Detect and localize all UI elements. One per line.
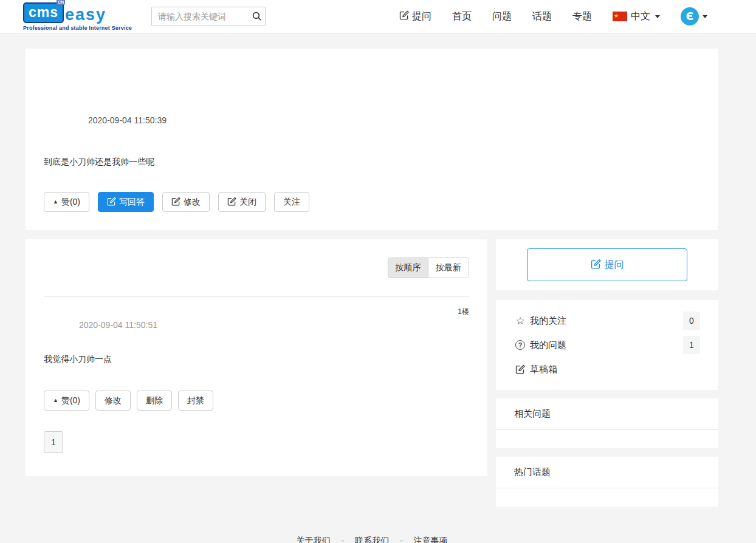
answer-content: 我觉得小刀帅一点 [44,353,469,365]
logo-cms-box: cmsCN [23,2,64,23]
compose-icon [591,259,601,272]
china-flag-icon: ★ [613,12,627,21]
question-content: 到底是小刀帅还是我帅一些呢 [44,155,700,168]
star-icon: ☆ [514,315,526,327]
footer-link-about[interactable]: 关于我们 [297,536,331,543]
my-questions-count-badge: 1 [683,336,700,354]
page: cmsCN easy Professional and stable Inter… [0,0,756,543]
search-box [151,7,266,26]
search-button[interactable] [252,11,262,21]
compose-icon [514,364,526,374]
tab-group: 按顺序 按最新 [388,258,469,278]
user-menu-card: ☆ 我的关注 0 ? 我的问题 1 [496,300,718,390]
question-timestamp: 2020-09-04 11:50:39 [88,115,700,128]
sidebar-ask-button[interactable]: 提问 [527,248,687,281]
nav-home[interactable]: 首页 [452,10,472,23]
footer-separator: - [341,536,344,543]
caret-down-icon [703,15,707,18]
answer-edit-button[interactable]: 修改 [95,391,131,411]
question-title-area [44,67,700,115]
header: cmsCN easy Professional and stable Inter… [0,0,756,33]
related-questions-title: 相关问题 [496,398,718,430]
upvote-icon: ▲ [53,199,58,205]
sidebar: 提问 ☆ 我的关注 0 ? 我的问题 1 [496,239,718,507]
my-follows-count-badge: 0 [683,312,700,330]
write-answer-button[interactable]: 写回答 [98,192,154,212]
related-questions-body [496,430,718,448]
answer-item: 1楼 2020-09-04 11:50:51 我觉得小刀帅一点 ▲ 赞(0) 修… [44,307,469,411]
edit-question-label: 修改 [184,197,201,208]
footer-link-notes[interactable]: 注意事项 [413,536,447,543]
drafts-label: 草稿箱 [530,364,557,375]
language-label: 中文 [631,10,650,23]
hot-topics-body [496,488,718,507]
answer-delete-button[interactable]: 删除 [137,391,172,411]
hot-topics-card: 热门话题 [496,457,718,507]
tab-by-order[interactable]: 按顺序 [388,258,428,278]
edit-question-button[interactable]: 修改 [162,192,210,212]
question-actions: ▲ 赞(0) 写回答 [44,192,700,212]
like-label: 赞(0) [61,197,80,208]
user-menu[interactable]: Є [681,7,707,26]
language-selector[interactable]: ★ 中文 [613,10,660,23]
answer-like-label: 赞(0) [61,395,80,406]
compose-icon [171,197,180,208]
answer-sort-tabs: 按顺序 按最新 [44,258,469,278]
my-questions-label: 我的问题 [530,340,566,351]
logo-row: cmsCN easy [23,2,132,23]
answer-timestamp: 2020-09-04 11:50:51 [79,320,469,332]
close-question-button[interactable]: 关闭 [218,192,266,212]
page-1-button[interactable]: 1 [44,431,63,453]
hot-topics-title: 热门话题 [496,457,718,488]
answer-floor-label: 1楼 [44,307,469,316]
site-logo[interactable]: cmsCN easy Professional and stable Inter… [23,2,132,31]
caret-down-icon [655,15,660,18]
nav-specials[interactable]: 专题 [572,10,592,23]
question-circle-icon: ? [514,340,526,350]
compose-icon [107,197,116,208]
compose-icon [227,197,236,208]
nav-ask-label: 提问 [412,10,431,23]
close-question-label: 关闭 [239,197,256,208]
logo-easy-text: easy [65,7,106,23]
answer-ban-button[interactable]: 封禁 [178,391,213,411]
question-card: 2020-09-04 11:50:39 到底是小刀帅还是我帅一些呢 ▲ 赞(0)… [26,49,718,230]
search-icon [252,14,262,23]
answers-card: 按顺序 按最新 1楼 2020-09-04 11:50:51 我觉得小刀帅一点 … [26,239,487,476]
search-input[interactable] [151,7,266,26]
logo-tagline: Professional and stable Internet Service [23,26,132,31]
related-questions-card: 相关问题 [496,398,718,448]
nav-questions[interactable]: 问题 [492,10,512,23]
my-follows-label: 我的关注 [530,315,566,327]
main-nav: 提问 首页 问题 话题 专题 ★ 中文 Є [399,7,707,26]
sidebar-item-drafts[interactable]: 草稿箱 [514,357,700,381]
content: 2020-09-04 11:50:39 到底是小刀帅还是我帅一些呢 ▲ 赞(0)… [0,49,756,543]
footer-separator: - [400,536,403,543]
sidebar-item-my-follows[interactable]: ☆ 我的关注 0 [514,309,700,333]
answer-like-button[interactable]: ▲ 赞(0) [44,391,89,411]
answers-divider [44,296,469,297]
write-answer-label: 写回答 [119,197,145,208]
footer: 关于我们 - 联系我们 - 注意事项 [26,507,718,543]
tab-by-latest[interactable]: 按最新 [428,258,469,278]
nav-ask[interactable]: 提问 [399,10,431,23]
like-button[interactable]: ▲ 赞(0) [44,192,89,212]
pagination: 1 [44,431,469,453]
upvote-icon: ▲ [53,398,58,403]
follow-question-button[interactable]: 关注 [274,192,309,212]
sidebar-ask-label: 提问 [605,259,624,272]
compose-icon [399,10,409,22]
footer-link-contact[interactable]: 联系我们 [355,536,389,543]
sidebar-item-my-questions[interactable]: ? 我的问题 1 [514,333,700,357]
user-avatar: Є [681,7,699,26]
ask-card: 提问 [496,239,718,290]
answer-actions: ▲ 赞(0) 修改 删除 封禁 [44,391,469,411]
nav-topics[interactable]: 话题 [532,10,552,23]
logo-cn-badge: CN [57,0,65,5]
